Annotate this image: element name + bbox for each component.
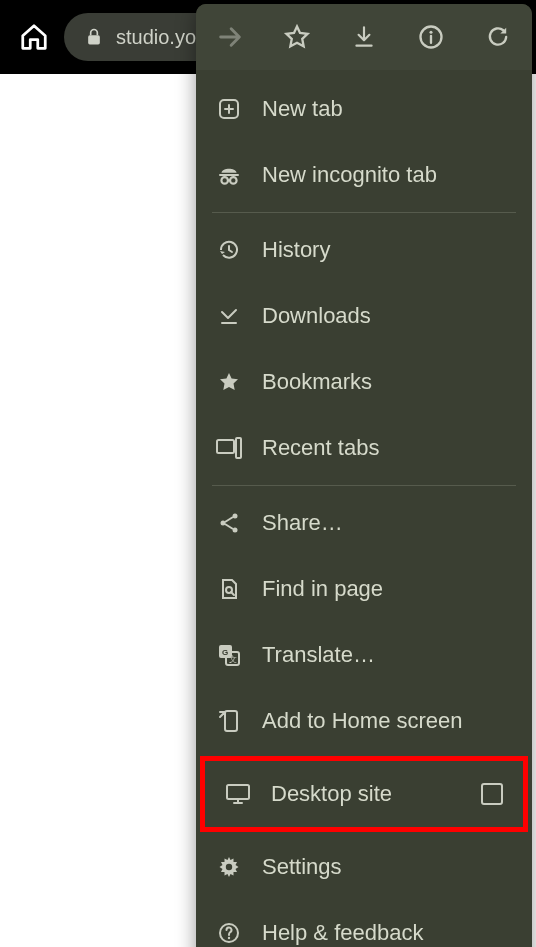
highlight-annotation: Desktop site [200,756,528,832]
svg-rect-6 [217,440,234,453]
menu-label: History [262,237,512,263]
svg-rect-16 [225,711,237,731]
info-button[interactable] [411,17,451,57]
menu-item-translate[interactable]: G文 Translate… [196,622,532,688]
star-icon [216,369,242,395]
menu-item-settings[interactable]: Settings [196,834,532,900]
recent-tabs-icon [216,435,242,461]
svg-point-5 [230,177,237,184]
download-icon [351,24,377,50]
menu-item-desktop-site[interactable]: Desktop site [205,761,523,827]
incognito-icon [216,162,242,188]
help-icon [216,920,242,946]
history-icon [216,237,242,263]
info-icon [417,23,445,51]
forward-button[interactable] [210,17,250,57]
share-icon [216,510,242,536]
menu-label: Desktop site [271,781,461,807]
menu-label: Share… [262,510,512,536]
menu-item-add-to-home[interactable]: Add to Home screen [196,688,532,754]
menu-label: Add to Home screen [262,708,512,734]
svg-rect-7 [236,438,241,458]
lock-icon [84,27,104,47]
find-in-page-icon [216,576,242,602]
overflow-menu: New tab New incognito tab History [196,4,532,947]
gear-icon [216,854,242,880]
menu-label: Settings [262,854,512,880]
menu-item-recent-tabs[interactable]: Recent tabs [196,415,532,481]
reload-button[interactable] [478,17,518,57]
menu-item-bookmarks[interactable]: Bookmarks [196,349,532,415]
menu-item-new-tab[interactable]: New tab [196,76,532,142]
svg-text:G: G [222,648,228,657]
menu-item-history[interactable]: History [196,217,532,283]
menu-item-help-feedback[interactable]: Help & feedback [196,900,532,947]
svg-point-4 [221,177,228,184]
menu-item-share[interactable]: Share… [196,490,532,556]
menu-label: New tab [262,96,512,122]
menu-item-new-incognito[interactable]: New incognito tab [196,142,532,208]
menu-item-find-in-page[interactable]: Find in page [196,556,532,622]
add-to-home-icon [216,708,242,734]
desktop-icon [225,781,251,807]
svg-point-2 [429,31,432,34]
menu-label: Recent tabs [262,435,512,461]
home-button[interactable] [12,15,56,59]
bookmark-button[interactable] [277,17,317,57]
menu-separator [212,485,516,486]
svg-point-21 [228,937,230,939]
menu-label: Help & feedback [262,920,512,946]
downloads-icon [216,303,242,329]
menu-label: Downloads [262,303,512,329]
menu-toolbar [196,4,532,70]
home-icon [19,22,49,52]
svg-rect-17 [227,785,249,799]
download-button[interactable] [344,17,384,57]
menu-label: Find in page [262,576,512,602]
desktop-site-checkbox[interactable] [481,783,503,805]
svg-text:文: 文 [229,655,237,664]
svg-point-19 [226,864,232,870]
reload-icon [484,23,512,51]
menu-label: New incognito tab [262,162,512,188]
plus-box-icon [216,96,242,122]
url-text: studio.yo [116,26,196,49]
menu-label: Bookmarks [262,369,512,395]
star-outline-icon [283,23,311,51]
menu-list: New tab New incognito tab History [196,70,532,947]
svg-rect-0 [88,35,100,44]
menu-item-downloads[interactable]: Downloads [196,283,532,349]
menu-separator [212,212,516,213]
translate-icon: G文 [216,642,242,668]
arrow-right-icon [216,23,244,51]
menu-label: Translate… [262,642,512,668]
